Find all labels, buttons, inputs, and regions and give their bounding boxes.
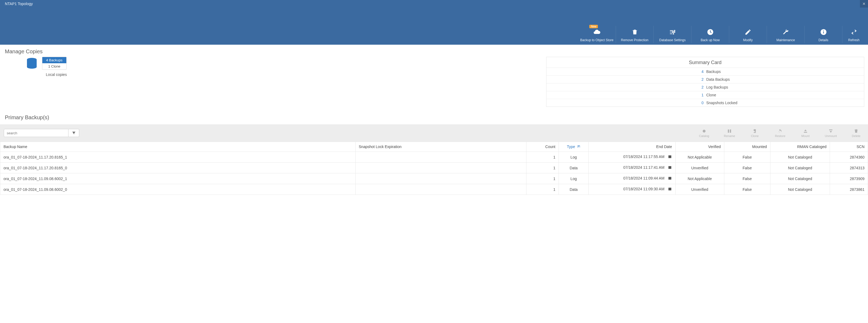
cell-mounted: False [724, 163, 770, 173]
rename-action[interactable]: Rename [721, 129, 738, 138]
backup-object-store-button[interactable]: New Backup to Object Store [578, 26, 616, 43]
unmount-action[interactable]: Unmount [823, 129, 839, 138]
cell-cataloged: Not Cataloged [770, 152, 830, 163]
backups-badge[interactable]: 4 Backups [42, 57, 66, 63]
summary-count[interactable]: 2 [547, 77, 705, 81]
database-settings-button[interactable]: Database Settings [653, 26, 691, 43]
cell-count: 1 [526, 184, 559, 195]
cell-scn: 2874313 [830, 163, 868, 173]
filter-button[interactable] [68, 129, 79, 137]
summary-row: 4 Backups [547, 68, 864, 75]
disk-stack-icon [25, 57, 38, 70]
col-type[interactable]: Type [559, 142, 589, 152]
cell-snap [355, 184, 526, 195]
cell-verified: Unverified [675, 163, 724, 173]
svg-rect-2 [823, 32, 824, 34]
cell-verified: Not Applicable [675, 152, 724, 163]
col-backup-name[interactable]: Backup Name [0, 142, 355, 152]
upper-row: 4 Backups 1 Clone Local copies Summary C… [0, 57, 868, 107]
tool-label: Details [818, 38, 828, 42]
col-count[interactable]: Count [526, 142, 559, 152]
tool-label: Modify [743, 38, 753, 42]
cell-mounted: False [724, 152, 770, 163]
restore-icon [777, 129, 783, 134]
toolbar-area: New Backup to Object Store Remove Protec… [0, 7, 868, 45]
search-input[interactable] [4, 129, 68, 137]
col-snapshot-lock[interactable]: Snapshot Lock Expiration [355, 142, 526, 152]
titlebar: NTAP1 Topology × New Backup to Object St… [0, 0, 868, 45]
cell-type: Log [559, 173, 589, 184]
clone-badge[interactable]: 1 Clone [42, 63, 66, 69]
col-scn[interactable]: SCN [830, 142, 868, 152]
cell-scn: 2874360 [830, 152, 868, 163]
grid-actions: Catalog Rename Clone Restore Mount Unmou… [696, 129, 864, 138]
summary-card: Summary Card 4 Backups 2 Data Backups 2 … [546, 57, 864, 107]
table-row[interactable]: ora_01_07-18-2024_11.09.08.6002_11Log07/… [0, 173, 868, 184]
col-verified[interactable]: Verified [675, 142, 724, 152]
cell-cataloged: Not Cataloged [770, 163, 830, 173]
cell-end: 07/18/2024 11:09:44 AM [588, 173, 675, 184]
modify-button[interactable]: Modify [729, 26, 767, 43]
restore-action[interactable]: Restore [772, 129, 788, 138]
col-rman-cataloged[interactable]: RMAN Cataloged [770, 142, 830, 152]
maintenance-button[interactable]: Maintenance [767, 26, 804, 43]
tool-label: Maintenance [776, 38, 795, 42]
manage-copies-heading: Manage Copies [0, 45, 868, 57]
table-head: Backup Name Snapshot Lock Expiration Cou… [0, 142, 868, 152]
cell-mounted: False [724, 184, 770, 195]
summary-row: 1 Clone [547, 91, 864, 99]
delete-action[interactable]: Delete [848, 129, 864, 138]
wrench-icon [781, 28, 790, 37]
back-up-now-button[interactable]: Back up Now [691, 26, 729, 43]
cell-scn: 2873909 [830, 173, 868, 184]
summary-row: 2 Log Backups [547, 83, 864, 91]
unmount-icon [828, 129, 834, 134]
backups-table: Backup Name Snapshot Lock Expiration Cou… [0, 142, 868, 195]
cell-type: Data [559, 184, 589, 195]
cloud-icon [592, 28, 601, 37]
clone-action[interactable]: Clone [747, 129, 763, 138]
close-icon[interactable]: × [860, 0, 868, 7]
table-row[interactable]: ora_01_07-18-2024_11.17.20.8165_01Data07… [0, 163, 868, 173]
svg-rect-3 [823, 30, 824, 31]
new-badge: New [589, 25, 598, 28]
summary-count[interactable]: 2 [547, 85, 705, 89]
details-button[interactable]: Details [804, 26, 842, 43]
col-mounted[interactable]: Mounted [724, 142, 770, 152]
local-copies-caption: Local copies [25, 70, 87, 77]
cell-verified: Not Applicable [675, 173, 724, 184]
cell-name: ora_01_07-18-2024_11.09.08.6002_0 [0, 184, 355, 195]
remove-protection-button[interactable]: Remove Protection [616, 26, 653, 43]
primary-backups-heading: Primary Backup(s) [0, 107, 868, 124]
table-row[interactable]: ora_01_07-18-2024_11.17.20.8165_11Log07/… [0, 152, 868, 163]
funnel-icon [72, 131, 76, 135]
clone-icon [752, 129, 757, 134]
rename-icon [727, 129, 732, 134]
cell-type: Log [559, 152, 589, 163]
catalog-action[interactable]: Catalog [696, 129, 712, 138]
summary-count[interactable]: 1 [547, 93, 705, 97]
local-copies-card[interactable]: 4 Backups 1 Clone [25, 57, 87, 70]
swap-icon [849, 28, 859, 37]
cell-count: 1 [526, 173, 559, 184]
calendar-icon [668, 154, 672, 159]
calendar-icon [668, 187, 672, 192]
summary-row: 0 Snapshots Locked [547, 99, 864, 107]
titlebar-top: NTAP1 Topology × [0, 0, 868, 7]
refresh-button[interactable]: Refresh [842, 26, 865, 43]
cell-cataloged: Not Cataloged [770, 184, 830, 195]
table-row[interactable]: ora_01_07-18-2024_11.09.08.6002_01Data07… [0, 184, 868, 195]
tool-label: Back up Now [701, 38, 720, 42]
mount-icon [803, 129, 808, 134]
tool-label: Refresh [848, 38, 859, 42]
cell-type: Data [559, 163, 589, 173]
summary-count[interactable]: 4 [547, 69, 705, 74]
summary-count[interactable]: 0 [547, 101, 705, 105]
cell-snap [355, 152, 526, 163]
col-end-date[interactable]: End Date [588, 142, 675, 152]
summary-card-title: Summary Card [547, 57, 864, 68]
mount-action[interactable]: Mount [797, 129, 813, 138]
svg-point-5 [703, 130, 706, 133]
cell-end: 07/18/2024 11:17:41 AM [588, 163, 675, 173]
calendar-icon [668, 176, 672, 181]
